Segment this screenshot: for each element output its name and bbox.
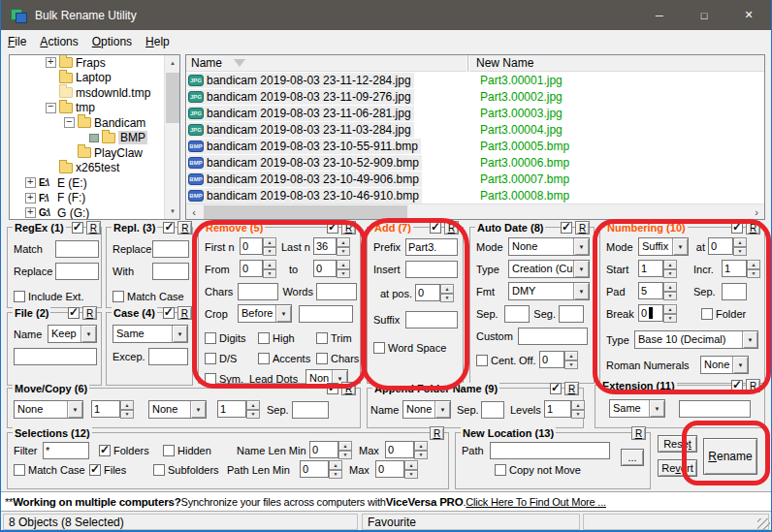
menu-help[interactable]: Help: [139, 32, 177, 51]
tree-item-playclaw[interactable]: PlayClaw: [10, 145, 179, 161]
append-folder-r-button[interactable]: R: [564, 382, 579, 395]
spin-up-icon[interactable]: [337, 237, 350, 247]
auto-date-enable-checkbox[interactable]: [561, 222, 572, 234]
table-row[interactable]: BMPbandicam 2019-08-03 23-10-49-906.bmpP…: [186, 171, 764, 187]
spin-up-icon[interactable]: [338, 441, 352, 451]
numbering-sep-input[interactable]: [722, 283, 747, 300]
spin-down-icon[interactable]: [337, 269, 350, 279]
reset-button[interactable]: Reset: [658, 435, 697, 453]
tree-item-msdownld[interactable]: msdownld.tmp: [10, 85, 179, 101]
auto-date-seg-input[interactable]: [559, 305, 584, 323]
replace-enable-checkbox[interactable]: [163, 222, 175, 234]
tree-item-x265test[interactable]: x265test: [10, 161, 179, 176]
append-folder-enable-checkbox[interactable]: [550, 383, 562, 394]
move-copy-n1-input[interactable]: [91, 400, 120, 418]
dropdown-arrow-icon[interactable]: [649, 400, 664, 417]
replace-match-case-checkbox[interactable]: [113, 291, 124, 302]
numbering-enable-checkbox[interactable]: [731, 222, 743, 234]
remove-ds-checkbox[interactable]: [205, 353, 216, 364]
table-row[interactable]: JPGbandicam 2019-08-03 23-11-03-284.jpgP…: [186, 121, 764, 138]
extension-enable-checkbox[interactable]: [731, 380, 743, 391]
table-row[interactable]: BMPbandicam 2019-08-03 23-10-52-909.bmpP…: [186, 154, 764, 171]
spinner[interactable]: [733, 237, 747, 256]
numbering-start-input[interactable]: [638, 260, 663, 277]
remove-from-input[interactable]: [240, 260, 263, 277]
remove-digits-checkbox[interactable]: [205, 332, 216, 344]
dropdown-arrow-icon[interactable]: [172, 326, 187, 342]
numbering-r-button[interactable]: R: [746, 221, 760, 235]
spin-up-icon[interactable]: [329, 460, 342, 470]
numbering-incr-input[interactable]: [722, 260, 747, 277]
spinner[interactable]: [263, 260, 276, 278]
dropdown-arrow-icon[interactable]: [742, 331, 757, 348]
file-name-input[interactable]: [14, 348, 97, 365]
spin-down-icon[interactable]: [120, 410, 134, 420]
selections-folders-checkbox[interactable]: [99, 445, 111, 456]
tree-item-bmp[interactable]: BMP: [10, 131, 179, 146]
spin-down-icon[interactable]: [663, 269, 677, 279]
replace-r-button[interactable]: R: [177, 221, 192, 235]
expand-icon[interactable]: [25, 193, 36, 203]
auto-date-sep-input[interactable]: [504, 305, 530, 323]
spin-up-icon[interactable]: [663, 282, 677, 292]
selections-name-max-input[interactable]: [385, 441, 414, 458]
extension-input[interactable]: [679, 400, 751, 418]
dropdown-arrow-icon[interactable]: [67, 401, 82, 418]
move-copy-r-button[interactable]: R: [341, 382, 356, 395]
dropdown-arrow-icon[interactable]: [672, 238, 688, 255]
spin-down-icon[interactable]: [440, 294, 454, 303]
spinner[interactable]: [404, 460, 418, 479]
selections-subfolders-checkbox[interactable]: [153, 464, 165, 476]
spinner[interactable]: [414, 441, 428, 459]
add-insert-input[interactable]: [405, 261, 458, 278]
spinner[interactable]: [440, 284, 454, 302]
spin-up-icon[interactable]: [263, 237, 276, 247]
spin-up-icon[interactable]: [337, 260, 350, 269]
remove-to-input[interactable]: [313, 260, 337, 277]
spinner[interactable]: [663, 282, 677, 300]
file-enable-checkbox[interactable]: [68, 307, 80, 319]
spinner[interactable]: [663, 304, 677, 323]
expand-icon[interactable]: [46, 57, 56, 68]
revert-button[interactable]: Revert: [658, 459, 697, 477]
add-enable-checkbox[interactable]: [430, 222, 441, 234]
spinner[interactable]: [329, 460, 342, 479]
dropdown-arrow-icon[interactable]: [573, 261, 589, 277]
spin-up-icon[interactable]: [663, 260, 677, 269]
spin-down-icon[interactable]: [263, 247, 276, 257]
spin-up-icon[interactable]: [571, 400, 585, 410]
case-exceptions-input[interactable]: [148, 348, 188, 365]
spin-up-icon[interactable]: [564, 351, 578, 360]
tree-item-drive-e[interactable]: E:\E (E:): [10, 175, 179, 191]
menu-file[interactable]: File: [1, 32, 33, 51]
auto-date-century-checkbox[interactable]: [476, 355, 488, 366]
new-location-r-button[interactable]: R: [631, 426, 646, 440]
rename-button[interactable]: Rename: [703, 438, 757, 475]
selections-name-min-input[interactable]: [309, 441, 338, 458]
minimize-button[interactable]: ─: [637, 0, 682, 30]
spin-down-icon[interactable]: [263, 269, 276, 279]
column-header-new-name[interactable]: New Name: [468, 55, 764, 72]
remove-crop-dropdown[interactable]: Before: [238, 304, 292, 323]
spin-down-icon[interactable]: [564, 360, 578, 370]
spin-down-icon[interactable]: [747, 269, 760, 279]
collapse-icon[interactable]: [64, 117, 75, 128]
tree-scrollbar[interactable]: ▲ ▼: [164, 55, 179, 219]
spin-up-icon[interactable]: [440, 284, 454, 294]
spin-up-icon[interactable]: [263, 260, 276, 269]
scroll-left-icon[interactable]: ‹: [186, 204, 202, 220]
dropdown-arrow-icon[interactable]: [573, 238, 589, 255]
tree-item-laptop[interactable]: Laptop: [10, 71, 179, 86]
remove-high-checkbox[interactable]: [258, 332, 270, 344]
add-suffix-input[interactable]: [405, 311, 458, 329]
remove-chars-checkbox[interactable]: [316, 353, 328, 364]
spin-down-icon[interactable]: [663, 292, 677, 301]
scrollbar-thumb[interactable]: [204, 205, 407, 219]
spin-down-icon[interactable]: [733, 247, 747, 257]
extension-r-button[interactable]: R: [746, 379, 760, 392]
dropdown-arrow-icon[interactable]: [80, 326, 96, 342]
add-prefix-input[interactable]: [405, 238, 458, 256]
close-button[interactable]: ✕: [726, 0, 771, 30]
regex-match-input[interactable]: [55, 240, 99, 258]
tree-item-tmp[interactable]: tmp: [10, 101, 179, 116]
